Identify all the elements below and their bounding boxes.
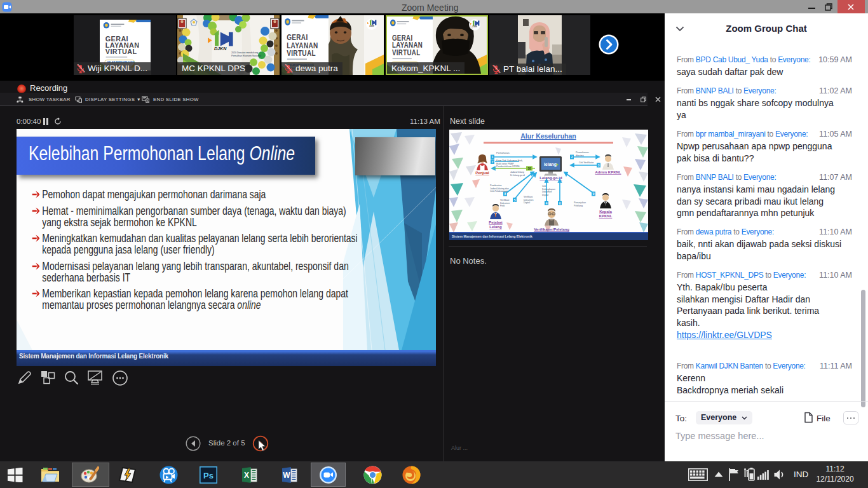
svg-text:Kelengkapan: Kelengkapan [542, 188, 555, 191]
svg-text:Bukti setor PNBP: Bukti setor PNBP [496, 163, 514, 165]
svg-text:7: 7 [492, 161, 494, 164]
svg-text:Verifikasi: Verifikasi [500, 199, 510, 201]
svg-text:5: 5 [514, 199, 516, 202]
svg-text:diterima: diterima [576, 154, 584, 157]
svg-text:8: 8 [505, 193, 506, 196]
svg-text:Di lelang.go.id: Di lelang.go.id [510, 174, 525, 177]
svg-text:Alur Keseluruhan: Alur Keseluruhan [520, 132, 576, 140]
svg-text:10: 10 [527, 167, 531, 170]
svg-text:Pelelang: Pelelang [574, 205, 583, 207]
svg-text:W: W [283, 471, 290, 480]
svg-text:X: X [244, 471, 249, 480]
svg-text:Penjual: Penjual [475, 171, 489, 175]
svg-text:Ps: Ps [203, 471, 214, 480]
svg-text:lelang: lelang [544, 162, 557, 167]
svg-text:Kepala: Kepala [599, 210, 612, 214]
svg-text:Cek Verifikator: Cek Verifikator [579, 161, 594, 164]
svg-text:Kirim Thd. Dokumen Fisik,: Kirim Thd. Dokumen Fisik, [496, 159, 523, 162]
svg-text:Fisik: Fisik [500, 205, 505, 207]
svg-text:Lelang.go.id: Lelang.go.id [539, 176, 562, 180]
svg-text:Verifikator/Pelelang: Verifikator/Pelelang [534, 227, 569, 231]
svg-text:Digital: Digital [524, 201, 530, 204]
svg-text:Admin KPKNL: Admin KPKNL [595, 170, 621, 174]
svg-text:1: 1 [492, 156, 494, 159]
svg-text:Digital: Digital [542, 194, 548, 196]
svg-text:Cek: Cek [542, 185, 546, 187]
svg-text:Permohonan.: Permohonan. [496, 152, 510, 154]
svg-text:4: 4 [546, 202, 548, 205]
svg-text:Permohonan.: Permohonan. [576, 151, 590, 154]
svg-text:Jadwal,klaring dan: Jadwal,klaring dan [490, 187, 509, 190]
svg-text:3: 3 [598, 164, 600, 167]
svg-text:Cek-Pelaksanaan: Cek-Pelaksanaan [490, 190, 508, 193]
svg-text:2020 Dosatoe mendukung: 2020 Dosatoe mendukung [231, 51, 258, 54]
svg-text:Dokumen: Dokumen [524, 199, 533, 201]
svg-text:Dokumen: Dokumen [542, 191, 552, 193]
svg-text:Dokumen: Dokumen [500, 202, 510, 205]
svg-text:Verifikasi: Verifikasi [524, 196, 533, 198]
svg-text:Lelang: Lelang [489, 225, 502, 229]
svg-text:Penunjukan: Penunjukan [574, 201, 586, 204]
svg-text:Pembuatan: Pembuatan [490, 184, 501, 187]
svg-text:KPKNL: KPKNL [599, 214, 613, 218]
svg-text:9: 9 [593, 193, 595, 196]
svg-text:Jadwal lelang: Jadwal lelang [510, 171, 524, 173]
svg-text:Pejabat: Pejabat [489, 220, 502, 224]
svg-text:Sistem Manajemen dan Informasi: Sistem Manajemen dan Informasi Lelang El… [452, 234, 532, 238]
svg-text:2: 2 [571, 156, 573, 159]
svg-text:Pemulihan Ekonomi Nasional: Pemulihan Ekonomi Nasional [231, 55, 261, 57]
svg-text:6: 6 [559, 202, 561, 205]
svg-text:Pemberitahuan KPKNL: Pemberitahuan KPKNL [496, 165, 520, 168]
